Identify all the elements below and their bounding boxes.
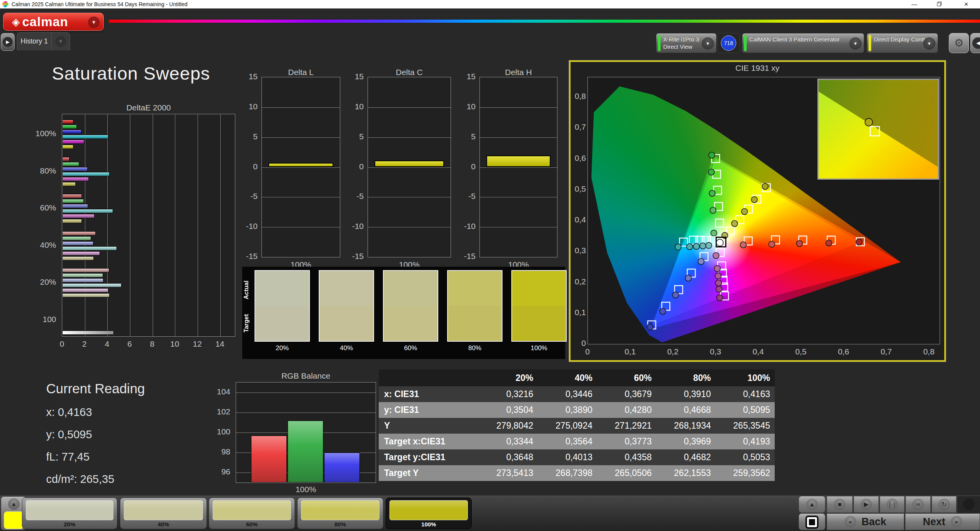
swatch-column bbox=[447, 270, 502, 342]
row-label: x: CIE31 bbox=[379, 386, 479, 402]
y-tick-label: 5 bbox=[471, 132, 476, 141]
cie-measured-circle bbox=[751, 197, 757, 203]
x-tick-label: 0,6 bbox=[834, 347, 853, 356]
table-cell: 0,5053 bbox=[715, 449, 775, 465]
deltae-bar bbox=[62, 177, 89, 181]
calman-logo-text: calman bbox=[22, 15, 68, 29]
cie-measured-circle bbox=[732, 220, 738, 227]
logo-dropdown-icon[interactable]: ▼ bbox=[88, 17, 100, 28]
deltae-xlabels: 02468101214 bbox=[62, 339, 243, 349]
chevron-down-icon: ▼ bbox=[923, 37, 935, 50]
y-tick-label: 0,6 bbox=[572, 154, 586, 163]
table-cell: 0,4668 bbox=[656, 402, 715, 418]
x-tick-label: 10 bbox=[165, 339, 184, 349]
back-button[interactable]: « Back bbox=[827, 513, 904, 530]
cie-measured-circle bbox=[740, 242, 746, 248]
play-icon: ▶ bbox=[860, 499, 872, 510]
y-tick-label: 0 bbox=[572, 339, 586, 348]
deltae-bar bbox=[62, 194, 82, 198]
pattern-swatch bbox=[213, 500, 291, 520]
chevron-up-icon: ▲ bbox=[8, 498, 20, 510]
y-tick-label: 15 bbox=[467, 72, 476, 81]
y-tick-label: -15 bbox=[464, 252, 476, 261]
cie-measured-circle bbox=[762, 184, 768, 190]
collapse-panel-button[interactable]: ◀ bbox=[970, 33, 980, 53]
pattern-button-60[interactable]: 60% bbox=[209, 498, 295, 529]
deltae-bar bbox=[62, 125, 77, 129]
table-cell: 0,3446 bbox=[538, 386, 597, 402]
plus-icon: + bbox=[55, 36, 66, 47]
cie-measured-circle bbox=[675, 244, 681, 250]
deltae-bar bbox=[62, 268, 109, 272]
tab-history-1[interactable]: History 1 + bbox=[17, 32, 70, 50]
meter-dropdown[interactable]: CalMAN Client 3 Pattern Generator▼ bbox=[742, 33, 864, 53]
cie-measured-circle bbox=[716, 239, 723, 246]
rgb-balance-title: RGB Balance bbox=[236, 371, 376, 381]
table-cell: 0,3773 bbox=[597, 434, 656, 449]
step-pattern-button[interactable]: [··] bbox=[880, 496, 905, 513]
calman-logo-menu[interactable]: ◈ calman ▼ bbox=[3, 13, 104, 31]
table-cell: 0,3969 bbox=[656, 434, 715, 449]
table-cell: 279,8042 bbox=[479, 418, 538, 434]
tab-scroll-button[interactable]: ▶ bbox=[1, 33, 15, 51]
gridline bbox=[262, 227, 340, 227]
table-cell: 0,4163 bbox=[715, 386, 775, 402]
minimize-button[interactable]: — bbox=[905, 0, 923, 8]
gridline bbox=[480, 107, 557, 108]
table-cell: 0,3648 bbox=[479, 449, 538, 465]
meter-dropdown[interactable]: X-Rite i1Pro 3 Direct View▼ bbox=[656, 33, 717, 53]
play-button[interactable]: ▶ bbox=[854, 496, 879, 513]
settings-button[interactable]: ⚙ bbox=[949, 33, 969, 53]
y-tick-label: 0 bbox=[253, 162, 258, 171]
meter-dropdown[interactable]: Direct Display Control▼ bbox=[867, 33, 938, 53]
infinity-icon: ∞ bbox=[912, 499, 924, 510]
gridline bbox=[368, 137, 451, 138]
table-header: 20% bbox=[479, 369, 538, 386]
rgb-bar bbox=[288, 421, 323, 483]
pattern-button-40[interactable]: 40% bbox=[120, 498, 207, 529]
y-tick-label: 15 bbox=[249, 72, 258, 81]
x-tick-label: 12 bbox=[188, 339, 207, 349]
cie-inset-zoom bbox=[816, 77, 940, 181]
swatch-label: 20% bbox=[255, 344, 310, 352]
row-label: Target y:CIE31 bbox=[379, 449, 479, 465]
refresh-button[interactable]: ↻ bbox=[932, 496, 957, 513]
x-tick-label: 0,1 bbox=[621, 347, 640, 356]
cie-measured-circle bbox=[698, 258, 704, 264]
cie-measured-circle bbox=[687, 244, 693, 250]
pattern-window-button[interactable] bbox=[799, 513, 825, 530]
continuous-read-button[interactable]: ∞ bbox=[905, 496, 931, 513]
table-cell: 259,3562 bbox=[715, 465, 775, 481]
deltae-bar bbox=[62, 209, 113, 213]
add-tab-button[interactable]: + bbox=[51, 33, 70, 50]
x-tick-label: 0,8 bbox=[919, 347, 938, 356]
cie-measured-circle bbox=[706, 242, 712, 249]
y-tick-label: 10 bbox=[467, 102, 476, 111]
cie-measured-circle bbox=[865, 119, 873, 126]
close-button[interactable]: × bbox=[957, 0, 975, 8]
table-cell: 0,3910 bbox=[656, 386, 715, 402]
gridline bbox=[480, 137, 557, 138]
delta-c-title: Delta C bbox=[368, 68, 451, 77]
table-cell: 273,5413 bbox=[479, 465, 538, 481]
deltae-bar bbox=[62, 135, 108, 139]
stop-button[interactable]: ■ bbox=[827, 496, 853, 513]
restore-icon[interactable] bbox=[930, 0, 948, 8]
y-tick-label: 5 bbox=[253, 132, 258, 141]
pattern-options-button[interactable]: ▲ bbox=[799, 496, 825, 513]
pattern-button-20[interactable]: 20% bbox=[22, 498, 117, 529]
gridline bbox=[480, 167, 557, 168]
next-button[interactable]: Next » bbox=[905, 513, 980, 530]
cie-chart-title: CIE 1931 xy bbox=[571, 63, 944, 73]
table-cell: 0,3216 bbox=[479, 386, 538, 402]
pattern-button-100[interactable]: 100% bbox=[386, 498, 472, 529]
cie-measured-circle bbox=[856, 239, 862, 245]
disabled-circle-icon bbox=[963, 499, 975, 510]
x-tick-label: 0,4 bbox=[749, 347, 768, 356]
next-label: Next bbox=[923, 516, 945, 528]
pattern-button-80[interactable]: 80% bbox=[297, 498, 383, 529]
chevron-down-icon: ▼ bbox=[849, 37, 862, 50]
table-cell: 0,5095 bbox=[715, 402, 775, 418]
table-cell: 262,1553 bbox=[656, 465, 715, 481]
table-cell: 0,4682 bbox=[656, 449, 715, 465]
